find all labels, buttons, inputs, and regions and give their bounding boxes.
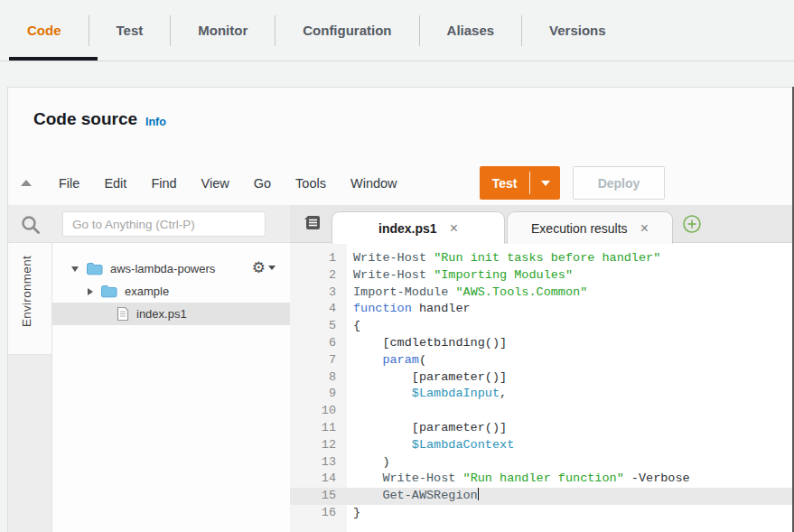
close-icon[interactable]: × — [450, 221, 458, 236]
ide-menu: FileEditFindViewGoToolsWindow — [59, 162, 397, 205]
close-icon[interactable]: × — [640, 221, 649, 236]
menu-view[interactable]: View — [201, 176, 229, 191]
collapse-panel-icon[interactable] — [21, 180, 32, 186]
test-button[interactable]: Test — [480, 166, 560, 200]
code-editor: index.ps1×Execution results× 1Write-Host… — [290, 205, 794, 532]
menu-window[interactable]: Window — [350, 176, 397, 191]
line-number: 12 — [290, 437, 347, 454]
code-token — [353, 438, 412, 452]
tab-monitor[interactable]: Monitor — [171, 23, 275, 38]
tree-item-label: index.ps1 — [136, 307, 187, 321]
code-line[interactable]: 3Import-Module "AWS.Tools.Common" — [290, 285, 794, 302]
code-line[interactable]: 6 [cmdletbinding()] — [290, 335, 794, 352]
code-token: [cmdletbinding()] — [353, 336, 507, 350]
code-token: } — [353, 506, 360, 519]
goto-anything-row — [8, 205, 290, 243]
code-line-text: function handler — [347, 301, 471, 318]
tree-item-aws-lambda-powers[interactable]: aws-lambda-powers⚙ — [52, 257, 290, 280]
tree-item-label: example — [125, 285, 169, 298]
code-line[interactable]: 5{ — [290, 318, 794, 335]
editor-tab-execution-results[interactable]: Execution results× — [507, 211, 673, 244]
code-line[interactable]: 14 Write-Host "Run handler function" -Ve… — [290, 471, 794, 488]
code-token — [353, 471, 382, 485]
menu-go[interactable]: Go — [254, 176, 271, 191]
menu-tools[interactable]: Tools — [295, 176, 326, 191]
tab-test[interactable]: Test — [89, 23, 171, 38]
line-number: 16 — [290, 505, 347, 522]
info-link[interactable]: Info — [145, 116, 166, 128]
code-line[interactable]: 13 ) — [290, 454, 794, 471]
folder-icon — [86, 262, 103, 275]
code-line[interactable]: 7 param( — [290, 352, 794, 369]
menu-edit[interactable]: Edit — [104, 176, 126, 191]
code-token: [parameter()] — [353, 370, 507, 384]
code-line-text: } — [347, 505, 360, 522]
folder-icon — [100, 285, 117, 298]
code-token: Write-Host — [353, 251, 426, 265]
code-text-area[interactable]: 1Write-Host "Run init tasks before handl… — [290, 243, 794, 532]
code-line[interactable]: 2Write-Host "Importing Modules" — [290, 267, 794, 285]
code-line[interactable]: 12 $LambdaContext — [290, 437, 794, 454]
menu-file[interactable]: File — [59, 176, 79, 191]
code-line-text: Import-Module "AWS.Tools.Common" — [347, 285, 587, 302]
menu-find[interactable]: Find — [151, 176, 176, 191]
line-number: 6 — [290, 335, 347, 352]
line-number: 14 — [290, 471, 347, 488]
code-token: "AWS.Tools.Common" — [455, 285, 587, 299]
code-token — [426, 251, 434, 265]
code-line-text: { — [347, 318, 360, 335]
editor-tab-label: Execution results — [531, 221, 628, 236]
editor-tab-index-ps1[interactable]: index.ps1× — [332, 211, 505, 244]
caret-down-icon[interactable] — [541, 181, 550, 186]
environment-tab[interactable]: Environment — [8, 243, 51, 355]
code-line-text: [parameter()] — [347, 369, 507, 387]
tab-code[interactable]: Code — [0, 23, 89, 38]
line-number: 3 — [290, 285, 347, 302]
file-icon — [117, 306, 129, 322]
tab-versions[interactable]: Versions — [522, 23, 633, 38]
new-tab-plus-icon[interactable] — [682, 214, 702, 234]
code-line[interactable]: 11 [parameter()] — [290, 420, 794, 437]
code-token: param — [382, 353, 419, 367]
line-number: 1 — [290, 250, 347, 267]
chevron-down-icon[interactable] — [71, 266, 79, 272]
code-token: -Verbose — [624, 471, 690, 485]
active-tab-underline — [9, 57, 98, 61]
code-token: Import-Module — [353, 285, 448, 299]
text-cursor — [478, 488, 480, 500]
editor-tab-bar: index.ps1×Execution results× — [290, 205, 794, 243]
code-line[interactable]: 15 Get-AWSRegion — [290, 488, 794, 505]
code-token: "Run init tasks before handler" — [434, 251, 660, 265]
code-token: "Importing Modules" — [434, 268, 573, 282]
search-icon — [19, 213, 42, 237]
line-number: 13 — [290, 454, 347, 471]
code-line[interactable]: 16} — [290, 505, 794, 522]
line-number: 9 — [290, 386, 347, 403]
goto-anything-input[interactable] — [62, 211, 266, 237]
tab-aliases[interactable]: Aliases — [420, 23, 522, 38]
tab-configuration[interactable]: Configuration — [276, 23, 418, 38]
ide-menubar: FileEditFindViewGoToolsWindow Test Deplo… — [8, 162, 794, 205]
tree-settings-button[interactable]: ⚙ — [252, 260, 276, 275]
tree-item-index-ps1[interactable]: index.ps1 — [52, 303, 290, 325]
code-line-text: Get-AWSRegion — [347, 488, 479, 505]
code-line[interactable]: 4function handler — [290, 301, 794, 318]
chevron-right-icon[interactable] — [88, 288, 93, 295]
code-line-text: $LambdaContext — [347, 437, 514, 454]
environment-tab-label: Environment — [20, 256, 33, 327]
card-header: Code source Info — [8, 88, 794, 162]
code-line[interactable]: 8 [parameter()] — [290, 369, 794, 387]
tab-list-icon[interactable] — [303, 214, 322, 232]
code-line-text: [cmdletbinding()] — [347, 335, 507, 352]
code-line[interactable]: 9 $LambdaInput, — [290, 386, 794, 403]
line-number: 10 — [290, 403, 347, 420]
deploy-button[interactable]: Deploy — [573, 166, 665, 200]
page-title: Code source — [33, 109, 137, 129]
code-line-text: Write-Host "Run init tasks before handle… — [347, 250, 660, 267]
code-line[interactable]: 1Write-Host "Run init tasks before handl… — [290, 250, 794, 267]
code-token: function — [353, 302, 412, 315]
code-token: $LambdaInput — [412, 387, 500, 400]
code-line[interactable]: 10 — [290, 403, 794, 420]
code-token: ( — [419, 353, 426, 367]
tree-item-example[interactable]: example — [52, 280, 290, 303]
